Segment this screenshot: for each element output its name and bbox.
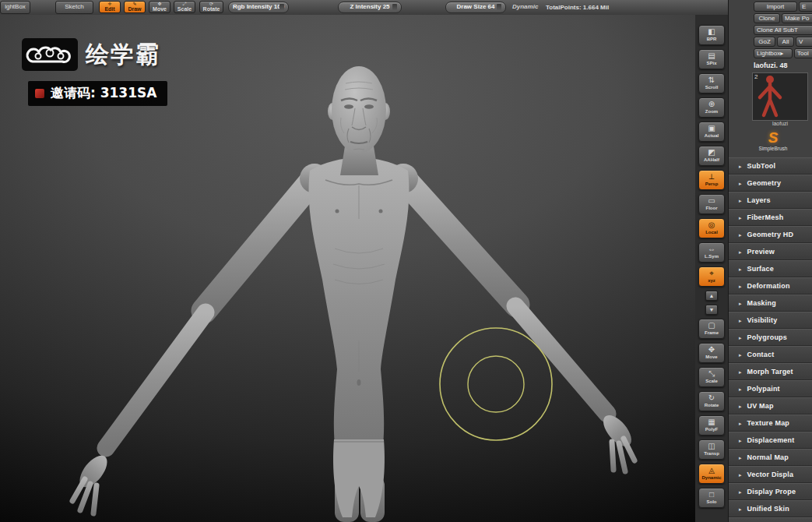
palette-section[interactable]: ▸ Vector Displa	[729, 466, 812, 483]
chevron-right-icon: ▸	[739, 301, 742, 306]
tool-mode-button[interactable]: ✥ Move	[149, 1, 170, 13]
tool-mode-button[interactable]: ✎ Draw	[124, 1, 146, 13]
palette-section[interactable]: ▸ Polypaint	[729, 380, 812, 397]
shelf-button[interactable]: ⊕ Zoom	[698, 97, 725, 118]
palette-section[interactable]: ▸ Geometry	[729, 175, 812, 192]
active-brush[interactable]: S SimpleBrush	[755, 130, 791, 151]
shelf-button-icon: ⇅	[708, 76, 715, 84]
shelf-button[interactable]: ◎ Local	[698, 218, 725, 238]
palette-section-label: Polygroups	[747, 333, 788, 341]
shelf-button[interactable]: ⇔ L.Sym	[698, 242, 725, 263]
tool-mode-button[interactable]: ⟳ Rotate	[199, 1, 223, 13]
rgb-intensity-slider[interactable]: Rgb Intensity 100	[228, 2, 289, 13]
shelf-button[interactable]: ▭ Floor	[698, 194, 725, 214]
palette-section[interactable]: ▸ Displacement	[729, 432, 812, 449]
shelf-button-icon: ⌖	[709, 270, 714, 277]
palette-section[interactable]: ▸ Contact	[729, 346, 812, 363]
palette-section[interactable]: ▸ Texture Map	[729, 414, 812, 432]
chevron-right-icon: ▸	[739, 232, 742, 238]
shelf-button[interactable]: ⌖ xyz	[698, 266, 725, 287]
shelf-button[interactable]: ◩ AAHalf	[698, 146, 725, 166]
palette-section-label: Normal Map	[747, 453, 789, 461]
palette-section[interactable]: ▸ Display Prope	[729, 483, 812, 500]
palette-section[interactable]: ▸ Visibility	[729, 312, 812, 329]
palette-section[interactable]: ▸ SubTool	[729, 157, 812, 175]
shelf-button[interactable]: ▣ Actual	[698, 122, 725, 142]
palette-section[interactable]: ▸ Surface	[729, 260, 812, 277]
z-intensity-slider[interactable]: Z Intensity 25	[338, 2, 402, 13]
shelf-button[interactable]: ◫ Transp	[698, 439, 725, 460]
dynamic-label: Dynamic	[512, 3, 538, 10]
palette-section-label: Geometry HD	[747, 231, 794, 238]
mode-label: Move	[153, 6, 167, 12]
palette-section-label: Geometry	[747, 179, 782, 187]
palette-section[interactable]: ▸ Import	[729, 517, 812, 522]
shelf-button-label: Zoom	[705, 109, 718, 115]
shelf-button[interactable]: ▤ SPix	[698, 49, 725, 69]
lightbox-tools-button[interactable]: Lightbox▸	[754, 48, 793, 58]
shelf-button[interactable]: ✥ Move	[698, 343, 725, 363]
goz-all-button[interactable]: All	[777, 37, 794, 47]
draw-size-slider[interactable]: Draw Size 64	[445, 2, 506, 13]
lightbox-button[interactable]: ightBox	[0, 1, 30, 14]
palette-section[interactable]: ▸ Geometry HD	[729, 226, 812, 243]
tool-mode-button[interactable]: ✛ Edit	[99, 1, 121, 13]
goz-button[interactable]: GoZ	[754, 37, 775, 47]
palette-section[interactable]: ▸ Polygroups	[729, 329, 812, 346]
shelf-button-label: Local	[705, 230, 718, 235]
make-polymesh-button[interactable]: Make Po	[782, 13, 812, 23]
shelf-button-icon: ▤	[708, 52, 715, 60]
chevron-right-icon: ▸	[739, 506, 742, 512]
tool-mode-button[interactable]: ⤢ Scale	[174, 1, 195, 13]
shelf-button[interactable]: ⇅ Scroll	[698, 73, 725, 93]
goz-visible-button[interactable]: V	[796, 37, 812, 47]
invite-icon	[35, 89, 44, 98]
palette-section-label: Preview	[747, 248, 775, 256]
simplebrush-label: SimpleBrush	[755, 146, 791, 151]
shelf-button[interactable]: □ Solo	[698, 488, 725, 508]
shelf-button[interactable]: ⟂ Persp	[698, 170, 725, 190]
palette-section[interactable]: ▸ Morph Target	[729, 363, 812, 380]
palette-section-label: UV Map	[747, 402, 774, 410]
shelf-button-icon: ⇔	[708, 245, 715, 253]
chevron-right-icon: ▸	[739, 455, 742, 460]
palette-section-label: Morph Target	[747, 368, 793, 376]
palette-section[interactable]: ▸ Deformation	[729, 277, 812, 295]
palette-section[interactable]: ▸ Normal Map	[729, 449, 812, 466]
shelf-button[interactable]: ⤡ Scale	[698, 367, 725, 387]
chevron-right-icon: ▸	[739, 352, 742, 358]
chevron-right-icon: ▸	[739, 438, 742, 443]
palette-section[interactable]: ▸ FiberMesh	[729, 209, 812, 226]
quick-sketch-button[interactable]: Sketch	[55, 1, 93, 14]
export-tool-button[interactable]: E	[799, 2, 812, 12]
sculpt-viewport[interactable]: 绘学霸 邀请码: 3131SA	[0, 15, 695, 522]
shelf-button-icon: ◧	[708, 28, 715, 36]
shelf-button[interactable]: ◬ Dynamic	[698, 464, 725, 484]
thumbnail-caption: laofuzi	[752, 121, 808, 126]
palette-section[interactable]: ▸ Masking	[729, 295, 812, 312]
shelf-button[interactable]: ▲	[705, 291, 718, 301]
palette-section[interactable]: ▸ Unified Skin	[729, 500, 812, 517]
mode-label: Rotate	[203, 6, 220, 12]
palette-section-label: Unified Skin	[747, 505, 789, 513]
shelf-button[interactable]: ↻ Rotate	[698, 391, 725, 411]
active-tool-thumbnail[interactable]: 2	[752, 72, 808, 121]
clone-all-subtools-button[interactable]: Clone All SubT	[754, 25, 812, 35]
shelf-button[interactable]: ▼	[705, 305, 718, 315]
shelf-button[interactable]: ▢ Frame	[698, 319, 725, 339]
palette-section[interactable]: ▸ Layers	[729, 192, 812, 209]
tools-button[interactable]: Tool	[794, 48, 812, 58]
tool-preview-icon	[753, 73, 787, 118]
clone-button[interactable]: Clone	[754, 13, 780, 23]
shelf-button-icon: ◎	[708, 221, 715, 229]
shelf-button[interactable]: ◧ BPR	[698, 25, 725, 45]
palette-section-label: Texture Map	[747, 419, 790, 427]
shelf-button-label: Transp	[704, 451, 719, 457]
palette-section-label: Displacement	[747, 436, 795, 444]
shelf-button[interactable]: ▦ PolyF	[698, 415, 725, 436]
palette-section[interactable]: ▸ Preview	[729, 243, 812, 260]
shelf-button-label: xyz	[708, 278, 715, 284]
palette-section[interactable]: ▸ UV Map	[729, 397, 812, 414]
import-tool-button[interactable]: Import	[754, 2, 797, 12]
shelf-button-label: Persp	[705, 182, 719, 187]
